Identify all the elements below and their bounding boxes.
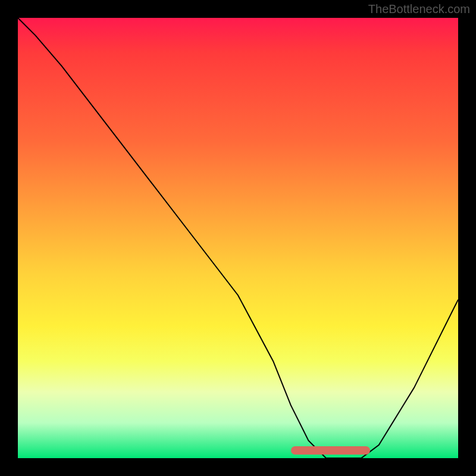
watermark-text: TheBottleneck.com [368,2,470,16]
optimal-range-marker [291,446,370,455]
chart-frame [18,18,458,458]
bottleneck-curve [18,18,458,458]
